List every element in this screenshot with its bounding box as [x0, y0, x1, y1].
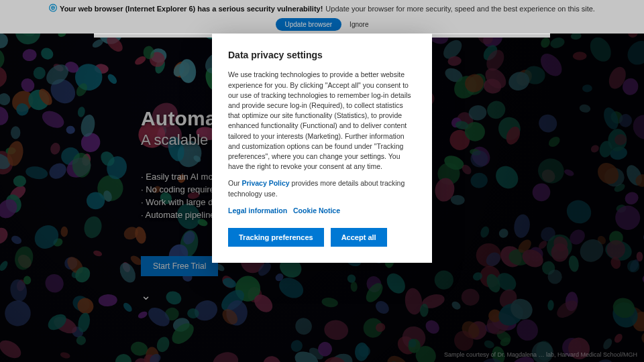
modal-policy-line: Our Privacy Policy provides more details…: [228, 178, 416, 198]
ignore-link[interactable]: Ignore: [350, 21, 368, 28]
legal-information-link[interactable]: Legal information: [228, 206, 287, 215]
privacy-policy-link[interactable]: Privacy Policy: [241, 179, 289, 187]
accept-all-button[interactable]: Accept all: [331, 228, 387, 247]
banner-bold: Your web browser (Internet Explorer 6) h…: [60, 5, 323, 13]
modal-body: We use tracking technologies to provide …: [228, 70, 416, 172]
tracking-preferences-button[interactable]: Tracking preferences: [228, 228, 324, 247]
privacy-modal: Data privacy settings We use tracking te…: [212, 34, 432, 263]
cookie-notice-link[interactable]: Cookie Notice: [293, 206, 340, 215]
browser-update-banner: ⓔ Your web browser (Internet Explorer 6)…: [0, 0, 644, 34]
banner-text: Update your browser for more security, s…: [325, 5, 595, 13]
modal-links: Legal information Cookie Notice: [228, 206, 416, 216]
ie-icon: ⓔ: [49, 3, 57, 14]
modal-title: Data privacy settings: [228, 48, 416, 62]
update-browser-button[interactable]: Update browser: [276, 18, 342, 31]
